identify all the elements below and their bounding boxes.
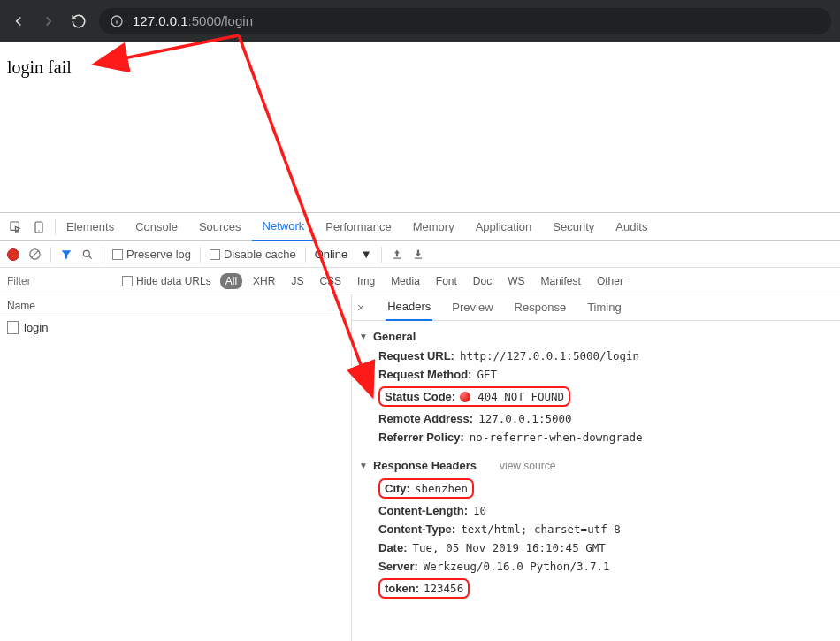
detail-tab-headers[interactable]: Headers <box>386 294 432 321</box>
type-all[interactable]: All <box>220 273 242 289</box>
download-icon[interactable] <box>412 248 424 261</box>
header-city-row: City: shenzhen <box>352 476 840 501</box>
svg-rect-11 <box>414 257 421 258</box>
tab-memory[interactable]: Memory <box>402 213 465 241</box>
detail-tab-response[interactable]: Response <box>513 294 569 321</box>
tab-application[interactable]: Application <box>465 213 543 241</box>
type-doc[interactable]: Doc <box>468 273 497 289</box>
info-icon <box>110 14 124 28</box>
triangle-down-icon: ▼ <box>359 332 368 341</box>
triangle-down-icon: ▼ <box>359 461 368 470</box>
preserve-log-checkbox[interactable]: Preserve log <box>112 248 191 261</box>
svg-point-8 <box>83 250 89 256</box>
header-server-row: Server: Werkzeug/0.16.0 Python/3.7.1 <box>352 557 840 576</box>
remote-address-row: Remote Address: 127.0.0.1:5000 <box>352 409 840 428</box>
network-main: Name login × Headers Preview Response Ti… <box>0 294 840 641</box>
column-header-name[interactable]: Name <box>0 294 351 317</box>
type-js[interactable]: JS <box>286 273 309 289</box>
checkbox-icon <box>210 249 220 260</box>
hide-data-urls-checkbox[interactable]: Hide data URLs <box>122 275 211 287</box>
filter-icon[interactable] <box>60 248 73 261</box>
tab-security[interactable]: Security <box>542 213 605 241</box>
section-response-headers[interactable]: ▼ Response Headers view source <box>352 455 840 476</box>
tab-sources[interactable]: Sources <box>188 213 252 241</box>
type-other[interactable]: Other <box>592 273 629 289</box>
type-img[interactable]: Img <box>352 273 380 289</box>
request-url-row: Request URL: http://127.0.0.1:5000/login <box>352 347 840 365</box>
devtools-panel: Elements Console Sources Network Perform… <box>0 212 840 641</box>
type-css[interactable]: CSS <box>314 273 347 289</box>
request-details: × Headers Preview Response Timing ▼ Gene… <box>352 294 840 641</box>
type-font[interactable]: Font <box>431 273 462 289</box>
request-row[interactable]: login <box>0 317 351 338</box>
type-xhr[interactable]: XHR <box>248 273 280 289</box>
tab-audits[interactable]: Audits <box>605 213 658 241</box>
detail-tab-preview[interactable]: Preview <box>450 294 494 321</box>
request-list: Name login <box>0 294 352 641</box>
request-name: login <box>24 321 48 334</box>
header-content-length-row: Content-Length: 10 <box>352 501 840 520</box>
referrer-policy-row: Referrer Policy: no-referrer-when-downgr… <box>352 428 840 446</box>
status-code-row: Status Code: 404 NOT FOUND <box>352 384 840 409</box>
search-icon[interactable] <box>81 248 94 261</box>
page-text: login fail <box>7 57 72 77</box>
type-media[interactable]: Media <box>386 273 425 289</box>
section-general[interactable]: ▼ General <box>352 326 840 347</box>
url-text: 127.0.0.1:5000/login <box>133 13 253 28</box>
tab-elements[interactable]: Elements <box>56 213 125 241</box>
checkbox-icon <box>122 276 133 286</box>
request-method-row: Request Method: GET <box>352 365 840 384</box>
detail-tabs: × Headers Preview Response Timing <box>352 294 840 321</box>
view-source-link[interactable]: view source <box>500 460 555 472</box>
svg-line-9 <box>89 256 92 258</box>
close-icon[interactable]: × <box>357 301 368 315</box>
type-ws[interactable]: WS <box>502 273 530 289</box>
tab-network[interactable]: Network <box>252 213 316 241</box>
header-content-type-row: Content-Type: text/html; charset=utf-8 <box>352 520 840 538</box>
address-bar[interactable]: 127.0.0.1:5000/login <box>99 8 831 34</box>
reload-button[interactable] <box>69 11 88 31</box>
tab-performance[interactable]: Performance <box>315 213 401 241</box>
filter-input[interactable] <box>7 275 113 287</box>
tab-console[interactable]: Console <box>125 213 188 241</box>
back-button[interactable] <box>9 11 28 31</box>
type-filter-list: All XHR JS CSS Img Media Font Doc WS Man… <box>220 273 629 289</box>
header-token-row: token: 123456 <box>352 576 840 601</box>
headers-panel: ▼ General Request URL: http://127.0.0.1:… <box>352 321 840 607</box>
throttling-select[interactable]: Online ▼ <box>315 248 372 261</box>
status-dot-icon <box>460 392 470 402</box>
header-date-row: Date: Tue, 05 Nov 2019 16:10:45 GMT <box>352 538 840 557</box>
record-button[interactable] <box>7 248 19 261</box>
detail-tab-timing[interactable]: Timing <box>585 294 623 321</box>
type-manifest[interactable]: Manifest <box>536 273 586 289</box>
device-icon[interactable] <box>32 220 48 234</box>
document-icon <box>7 321 19 334</box>
upload-icon[interactable] <box>391 248 403 261</box>
page-body: login fail <box>0 42 840 212</box>
inspect-icon[interactable] <box>9 220 25 234</box>
disable-cache-checkbox[interactable]: Disable cache <box>210 248 296 261</box>
network-filter-bar: Hide data URLs All XHR JS CSS Img Media … <box>0 268 840 294</box>
browser-toolbar: 127.0.0.1:5000/login <box>0 0 840 42</box>
network-toolbar: Preserve log Disable cache Online ▼ <box>0 241 840 268</box>
checkbox-icon <box>112 249 123 260</box>
svg-rect-10 <box>393 257 400 258</box>
forward-button[interactable] <box>39 11 58 31</box>
devtools-tabs: Elements Console Sources Network Perform… <box>0 213 840 241</box>
svg-line-7 <box>31 250 39 258</box>
clear-button[interactable] <box>28 248 42 261</box>
